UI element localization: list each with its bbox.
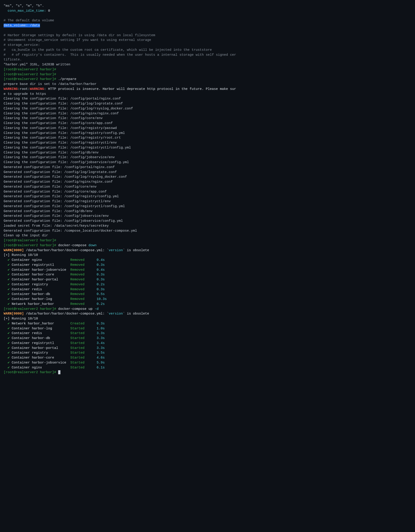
terminal-line [4, 28, 411, 33]
terminal-line: "ms", "s", "m", "h". [4, 4, 411, 9]
terminal-line: prepare base dir is set to /data/harbor/… [4, 82, 411, 87]
terminal-line: # storage_service: [4, 43, 411, 48]
terminal-line: Clearing the configuration file: /config… [4, 150, 411, 155]
terminal-line: Generated configuration file: /config/lo… [4, 175, 411, 180]
terminal-line [4, 13, 411, 19]
terminal-line: loaded secret from file: /data/secret/ke… [4, 224, 411, 228]
terminal-line: Generated configuration file: /config/po… [4, 165, 411, 170]
terminal-line: [root@realserver2 harbor]# [4, 238, 411, 243]
terminal-line: ✔ Container harbor-jobservice Started 5.… [4, 360, 411, 365]
terminal-line: ✔ Container harbor-db Removed 0.5s [4, 292, 411, 297]
terminal-line: Generated configuration file: /config/ng… [4, 180, 411, 184]
terminal-line: ✔ Container harbor-db Started 3.3s [4, 336, 411, 341]
terminal-line: WARN[0000] /data/harbor/harbor/docker-co… [4, 311, 411, 316]
terminal-line: Clearing the configuration file: /config… [4, 96, 411, 101]
terminal-line: Generated configuration file: /config/re… [4, 194, 411, 199]
terminal-line: data_volume: /data [4, 23, 411, 28]
terminal-line: ✔ Network harbor_harbor Removed 0.2s [4, 302, 411, 307]
terminal-line: Clearing the configuration file: /config… [4, 116, 411, 121]
terminal-line: ✔ Container nginx Started 6.1s [4, 365, 411, 370]
terminal-line: Generated configuration file: /config/co… [4, 184, 411, 189]
terminal-line: # Harbor Storage settings by default is … [4, 33, 411, 38]
terminal-line: [root@realserver2 harbor]# docker-compos… [4, 307, 411, 312]
terminal-line: WARN[0000] /data/harbor/harbor/docker-co… [4, 248, 411, 253]
terminal-line: ✔ Container redis Started 3.3s [4, 331, 411, 336]
terminal-line: WARNING:root:WARNING: HTTP protocol is i… [4, 87, 411, 92]
terminal-line: ✔ Container registry Removed 0.2s [4, 282, 411, 287]
terminal-line: [root@realserver2 harbor]# [4, 370, 411, 375]
terminal-line: # ca_bundle is the path to the custom ro… [4, 48, 411, 53]
terminal-line: Generated configuration file: /config/lo… [4, 170, 411, 175]
terminal-line: Generated configuration file: /config/co… [4, 189, 411, 194]
terminal-line: [root@realserver2 harbor]# [4, 67, 411, 72]
terminal-line: Generated configuration file: /config/re… [4, 199, 411, 204]
terminal-line: # Uncomment storage_service setting If y… [4, 38, 411, 43]
terminal-line: ✔ Container registryctl Started 3.4s [4, 341, 411, 346]
terminal-line: [+] Running 10/10 [4, 316, 411, 321]
terminal-line: Clearing the configuration file: /config… [4, 140, 411, 145]
terminal-line: Generated configuration file: /config/db… [4, 209, 411, 214]
terminal-line: ✔ Container harbor-log Removed 10.3s [4, 297, 411, 302]
terminal-line: Generated configuration file: /config/jo… [4, 214, 411, 218]
terminal-line: ✔ Container nginx Removed 0.4s [4, 258, 411, 263]
terminal-line: [root@realserver2 harbor]# [4, 72, 411, 77]
terminal-line: Clearing the configuration file: /config… [4, 145, 411, 150]
terminal-line: [root@realserver2 harbor]# ./prepare [4, 77, 411, 82]
terminal-line: "harbor.yml" 316L, 14283B written [4, 62, 411, 67]
terminal-line: # The default data volume [4, 18, 411, 23]
terminal-line: Clearing the configuration file: /config… [4, 121, 411, 126]
terminal-line: Generated configuration file: /config/re… [4, 204, 411, 209]
terminal-line: ✔ Network harbor_harbor Created 0.3s [4, 321, 411, 326]
terminal-line: ✔ Container registry Started 3.5s [4, 351, 411, 355]
terminal-line: [root@realserver2 harbor]# docker-compos… [4, 243, 411, 248]
terminal-line: ✔ Container harbor-log Started 1.0s [4, 326, 411, 331]
terminal-line: tificate. [4, 57, 411, 62]
terminal-line: Generated configuration file: /compose_l… [4, 228, 411, 233]
terminal-line: ✔ Container harbor-portal Started 3.3s [4, 346, 411, 351]
terminal-line: [+] Running 10/10 [4, 253, 411, 258]
terminal-line: Clearing the configuration file: /config… [4, 106, 411, 111]
terminal-line: Clearing the configuration file: /config… [4, 126, 411, 131]
terminal-line: e to upgrade to https [4, 92, 411, 97]
terminal-line: ✔ Container registryctl Removed 0.3s [4, 263, 411, 267]
terminal-line: Clearing the configuration file: /config… [4, 155, 411, 160]
terminal-line: Clearing the configuration file: /config… [4, 111, 411, 116]
terminal-line: ✔ Container harbor-jobservice Removed 0.… [4, 267, 411, 273]
terminal-line: # # of registry's containers. This is us… [4, 53, 411, 57]
terminal-line: ✔ Container harbor-core Started 4.6s [4, 355, 411, 360]
terminal-line: ✔ Container redis Removed 0.3s [4, 287, 411, 292]
terminal-line: Clearing the configuration file: /config… [4, 131, 411, 136]
terminal-window: "ms", "s", "m", "h". conn_max_idle_time:… [4, 4, 411, 375]
terminal-line: Clean up the input dir [4, 233, 411, 238]
terminal-line: Clearing the configuration file: /config… [4, 160, 411, 165]
terminal-line: conn_max_idle_time: 0 [4, 9, 411, 13]
terminal-line: Generated configuration file: /config/jo… [4, 218, 411, 224]
terminal-line: Clearing the configuration file: /config… [4, 135, 411, 140]
terminal-line: ✔ Container harbor-portal Removed 0.3s [4, 277, 411, 282]
terminal-line: ✔ Container harbor-core Removed 0.3s [4, 272, 411, 277]
terminal-line: Clearing the configuration file: /config… [4, 101, 411, 106]
